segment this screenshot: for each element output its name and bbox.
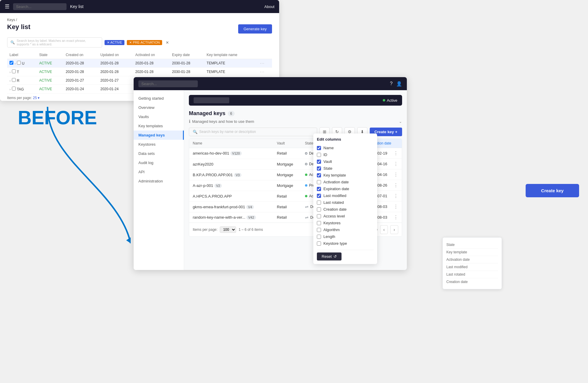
sidebar-item-data-sets[interactable]: Data sets: [134, 149, 184, 158]
th-label[interactable]: Label: [7, 51, 37, 59]
col-label: Vault: [323, 159, 374, 164]
th-state[interactable]: State: [37, 51, 63, 59]
row-dots-menu[interactable]: ⋮: [393, 172, 398, 177]
col-option-name[interactable]: Name: [317, 144, 374, 151]
cell-actions[interactable]: ···: [258, 68, 272, 76]
cell-actions[interactable]: ···: [258, 59, 272, 68]
per-page-label: Items per page:: [193, 228, 217, 232]
col-option-id[interactable]: ID: [317, 151, 374, 158]
col-checkbox[interactable]: [317, 235, 321, 239]
filter-pre-activation[interactable]: ✕ PRE-ACTIVATION: [127, 40, 162, 45]
row-dots-menu[interactable]: ⋮: [393, 204, 398, 209]
table-row[interactable]: ›U ACTIVE 2020-01-28 2020-01-28 2020-01-…: [7, 59, 272, 68]
col-option-creation-date[interactable]: Creation date: [317, 206, 374, 213]
col-option-keystore-type[interactable]: Keystore type: [317, 240, 374, 247]
col-checkbox[interactable]: [317, 194, 321, 198]
kd-modified-label: Last modified: [446, 265, 467, 269]
user-icon[interactable]: 👤: [396, 81, 402, 87]
table-row[interactable]: ›T ACTIVE 2020-01-28 2020-01-28 2020-01-…: [7, 68, 272, 76]
col-checkbox[interactable]: [317, 166, 321, 171]
col-option-access-level[interactable]: Access level: [317, 213, 374, 220]
sidebar-item-api[interactable]: API: [134, 167, 184, 177]
cell-state: ACTIVE: [37, 76, 63, 85]
th-updated[interactable]: Updated on: [98, 51, 133, 59]
per-page-select[interactable]: 25 ▾: [33, 96, 40, 100]
topbar-about[interactable]: About: [264, 4, 274, 9]
col-option-algorithm[interactable]: Algorithm: [317, 226, 374, 233]
col-checkbox[interactable]: [317, 146, 321, 150]
sidebar-item-vaults[interactable]: Vaults: [134, 112, 184, 121]
th-template[interactable]: Key template name: [204, 51, 258, 59]
search-icon: 🔍: [193, 130, 197, 134]
generate-key-button[interactable]: Generate key: [238, 24, 272, 34]
th-created[interactable]: Created on: [63, 51, 98, 59]
reset-button[interactable]: Reset ↺: [317, 252, 342, 260]
after-topbar: ? 👤: [134, 77, 407, 90]
th-activated[interactable]: Activated on: [133, 51, 170, 59]
breadcrumb: Keys /: [7, 18, 272, 22]
create-key-side-button[interactable]: Create key: [526, 184, 579, 197]
clear-filters[interactable]: ✕: [166, 40, 169, 45]
col-label: Keystore type: [323, 241, 374, 246]
col-checkbox[interactable]: [317, 201, 321, 205]
sidebar-item-audit-log[interactable]: Audit log: [134, 158, 184, 167]
help-icon[interactable]: ?: [390, 81, 393, 87]
search-box[interactable]: 🔍 Search keys by label. Matches an exact…: [7, 37, 102, 47]
col-checkbox[interactable]: [317, 207, 321, 212]
col-option-activation-date[interactable]: Activation date: [317, 179, 374, 185]
col-option-last-rotated[interactable]: Last rotated: [317, 199, 374, 206]
row-dots-menu[interactable]: ⋮: [393, 150, 398, 156]
col-checkbox[interactable]: [317, 187, 321, 191]
create-key-side-panel: Create key: [526, 184, 579, 197]
col-option-state[interactable]: State: [317, 165, 374, 172]
row-dots-menu[interactable]: ⋮: [393, 193, 398, 199]
info-icon: ℹ: [189, 119, 190, 124]
col-option-key-template[interactable]: Key template: [317, 172, 374, 179]
th-expiry[interactable]: Expiry date: [170, 51, 204, 59]
th-actions: [258, 51, 272, 59]
plus-icon: +: [395, 130, 397, 134]
next-page-button[interactable]: ›: [390, 225, 398, 234]
cell-name: A-azr-p-001V2: [189, 180, 273, 191]
col-option-vault[interactable]: Vault: [317, 158, 374, 165]
search-keys-input[interactable]: 🔍 Search keys by name or description: [189, 128, 317, 136]
row-dots-menu[interactable]: ⋮: [393, 161, 398, 167]
col-checkbox[interactable]: [317, 153, 321, 157]
filter-active[interactable]: ✕ ACTIVE: [105, 40, 124, 45]
col-option-keystores[interactable]: Keystores: [317, 220, 374, 226]
sidebar-item-administration[interactable]: Administration: [134, 177, 184, 186]
managed-keys-info[interactable]: ℹ Managed keys and how to use them ⌄: [189, 119, 402, 124]
cell-created: 2020-01-27: [63, 76, 98, 85]
menu-icon[interactable]: ☰: [5, 3, 10, 10]
col-checkbox[interactable]: [317, 221, 321, 225]
th-name[interactable]: Name: [189, 139, 273, 148]
sidebar-item-managed-keys[interactable]: Managed keys: [134, 131, 184, 140]
row-dots-menu[interactable]: ⋮: [393, 182, 398, 188]
kd-template-label: Key template: [446, 250, 467, 254]
col-checkbox[interactable]: [317, 173, 321, 177]
col-checkbox[interactable]: [317, 241, 321, 246]
per-page-select[interactable]: 100 25 50: [220, 226, 236, 233]
th-vault[interactable]: Vault: [273, 139, 301, 148]
sidebar-item-getting-started[interactable]: Getting started: [134, 94, 184, 103]
col-checkbox[interactable]: [317, 180, 321, 184]
col-option-last-modified[interactable]: Last modified: [317, 192, 374, 199]
col-checkbox[interactable]: [317, 228, 321, 232]
key-details-tooltip: State Key template Activation date Last …: [442, 237, 502, 289]
kd-rotated-label: Last rotated: [446, 272, 465, 276]
col-checkbox[interactable]: [317, 160, 321, 164]
after-topbar-search[interactable]: [138, 80, 198, 87]
sidebar-item-keystores[interactable]: Keystores: [134, 140, 184, 149]
managed-keys-header: Managed keys 6: [189, 110, 402, 117]
sidebar-item-overview[interactable]: Overview: [134, 103, 184, 112]
cell-name: gkms-emea-frankfurt-prod-001V4: [189, 201, 273, 212]
row-dots-menu[interactable]: ⋮: [393, 214, 398, 220]
cell-created: 2020-01-28: [63, 68, 98, 76]
prev-page-button[interactable]: ‹: [380, 225, 388, 234]
topbar-search[interactable]: [13, 3, 67, 10]
col-option-length[interactable]: Length: [317, 233, 374, 240]
col-label: ID: [323, 152, 374, 157]
col-option-expiration-date[interactable]: Expiration date: [317, 185, 374, 192]
sidebar-item-key-templates[interactable]: Key templates: [134, 121, 184, 131]
col-checkbox[interactable]: [317, 214, 321, 218]
